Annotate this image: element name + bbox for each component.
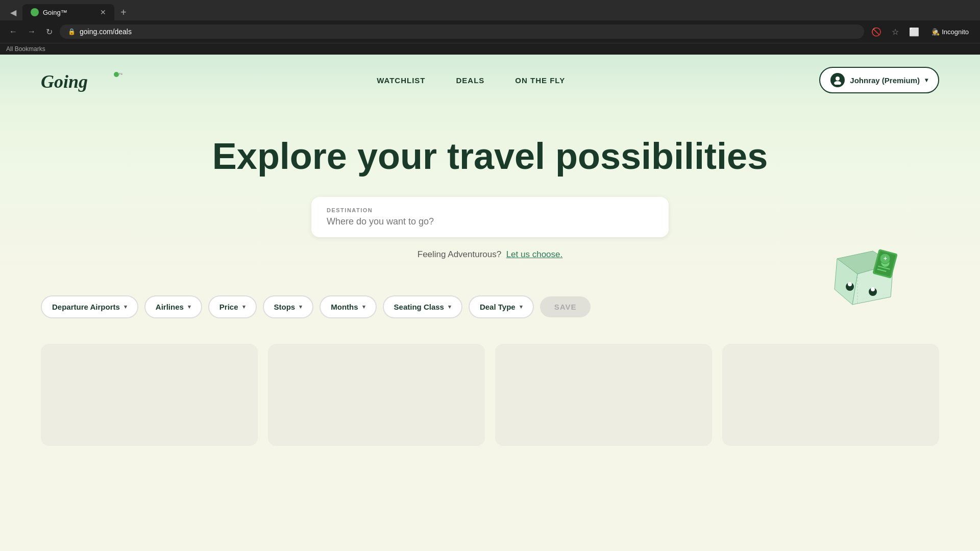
- svg-point-4: [834, 81, 841, 85]
- browser-toolbar: ← → ↻ 🔒 going.com/deals 🚫 ☆ ⬜ 🕵️ Incogni…: [0, 20, 980, 43]
- price-label: Price: [219, 303, 238, 311]
- main-nav: WATCHLIST DEALS ON THE FLY: [377, 76, 565, 85]
- tab-close-button[interactable]: ✕: [100, 8, 106, 16]
- incognito-icon: 🕵️: [932, 28, 940, 36]
- chevron-down-icon: ▾: [925, 77, 928, 84]
- deals-link[interactable]: DEALS: [456, 76, 485, 85]
- svg-point-3: [836, 77, 840, 81]
- airlines-label: Airlines: [156, 303, 184, 311]
- svg-text:+: +: [884, 255, 887, 262]
- months-chevron: ▾: [362, 304, 365, 310]
- deal-type-chevron: ▾: [520, 304, 523, 310]
- page-content: Going ™ WATCHLIST DEALS ON THE FLY Johnr…: [0, 55, 980, 456]
- airlines-chevron: ▾: [188, 304, 191, 310]
- stops-chevron: ▾: [299, 304, 302, 310]
- new-tab-button[interactable]: +: [116, 5, 131, 20]
- bookmark-star-icon[interactable]: ☆: [889, 25, 902, 39]
- let-us-choose-link[interactable]: Let us choose.: [506, 249, 563, 259]
- destination-box: DESTINATION: [311, 197, 669, 237]
- active-tab[interactable]: Going™ ✕: [22, 4, 114, 20]
- save-button[interactable]: SAVE: [540, 296, 591, 317]
- stops-filter[interactable]: Stops ▾: [263, 295, 314, 318]
- watchlist-link[interactable]: WATCHLIST: [377, 76, 425, 85]
- deal-card-3[interactable]: [495, 344, 712, 446]
- incognito-label: Incognito: [942, 28, 969, 36]
- tablet-icon[interactable]: ⬜: [906, 25, 922, 39]
- destination-input[interactable]: [327, 216, 653, 227]
- camera-off-icon[interactable]: 🚫: [868, 25, 885, 39]
- airlines-filter[interactable]: Airlines ▾: [144, 295, 202, 318]
- toolbar-actions: 🚫 ☆ ⬜ 🕵️ Incognito: [868, 25, 974, 39]
- price-chevron: ▾: [242, 304, 246, 310]
- tab-label: Going™: [43, 9, 67, 16]
- svg-point-14: [871, 287, 875, 291]
- hero-title: Explore your travel possibilities: [41, 136, 939, 177]
- seating-class-filter[interactable]: Seating Class ▾: [383, 295, 462, 318]
- logo[interactable]: Going ™: [41, 67, 122, 93]
- seating-class-chevron: ▾: [448, 304, 451, 310]
- forward-button[interactable]: →: [24, 25, 39, 38]
- departure-airports-chevron: ▾: [124, 304, 127, 310]
- bookmarks-bar: All Bookmarks: [0, 43, 980, 55]
- bookmarks-label: All Bookmarks: [6, 45, 45, 53]
- url-text: going.com/deals: [80, 28, 132, 36]
- deal-type-filter[interactable]: Deal Type ▾: [469, 295, 534, 318]
- svg-text:Going: Going: [41, 71, 88, 92]
- tab-prev-button[interactable]: ◀: [6, 6, 20, 19]
- svg-point-11: [848, 282, 852, 286]
- hero-section: Explore your travel possibilities DESTIN…: [0, 106, 980, 280]
- tab-bar: ◀ Going™ ✕ +: [0, 0, 980, 20]
- browser-chrome: ◀ Going™ ✕ + ← → ↻ 🔒 going.com/deals 🚫 ☆…: [0, 0, 980, 55]
- departure-airports-label: Departure Airports: [52, 303, 120, 311]
- price-filter[interactable]: Price ▾: [208, 295, 257, 318]
- deal-card-4[interactable]: [722, 344, 939, 446]
- seating-class-label: Seating Class: [394, 303, 444, 311]
- destination-label: DESTINATION: [327, 207, 653, 213]
- on-the-fly-link[interactable]: ON THE FLY: [515, 76, 565, 85]
- cards-section: [0, 334, 980, 456]
- back-button[interactable]: ←: [6, 25, 20, 38]
- months-filter[interactable]: Months ▾: [320, 295, 376, 318]
- user-icon: [833, 76, 842, 85]
- lock-icon: 🔒: [68, 28, 76, 35]
- deal-type-label: Deal Type: [480, 303, 516, 311]
- deal-card-1[interactable]: [41, 344, 258, 446]
- adventure-prefix: Feeling Adventurous?: [418, 249, 501, 259]
- departure-airports-filter[interactable]: Departure Airports ▾: [41, 295, 138, 318]
- user-label: Johnray (Premium): [850, 76, 920, 85]
- site-header: Going ™ WATCHLIST DEALS ON THE FLY Johnr…: [0, 55, 980, 106]
- svg-text:™: ™: [118, 72, 122, 78]
- user-menu-button[interactable]: Johnray (Premium) ▾: [819, 67, 939, 93]
- deal-card-2[interactable]: [268, 344, 485, 446]
- incognito-button[interactable]: 🕵️ Incognito: [926, 26, 974, 38]
- user-avatar: [830, 73, 845, 87]
- reload-button[interactable]: ↻: [43, 25, 56, 39]
- stops-label: Stops: [274, 303, 296, 311]
- map-illustration: +: [832, 248, 898, 320]
- logo-svg: Going ™: [41, 67, 122, 93]
- address-bar[interactable]: 🔒 going.com/deals: [60, 24, 864, 39]
- tab-favicon: [31, 8, 39, 16]
- adventure-text: Feeling Adventurous? Let us choose.: [41, 249, 939, 260]
- months-label: Months: [331, 303, 358, 311]
